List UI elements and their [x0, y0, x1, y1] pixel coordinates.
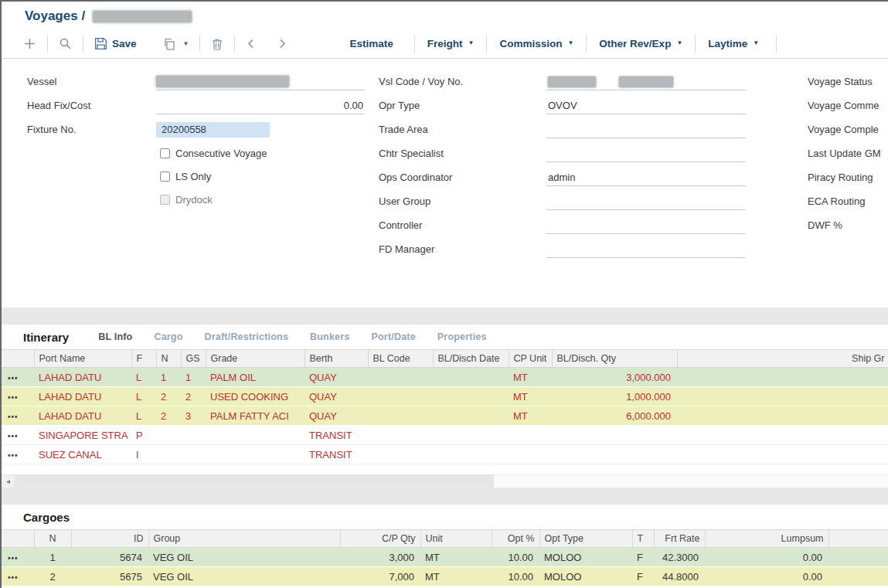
- field-label: FD Manager: [379, 243, 546, 255]
- column-header[interactable]: BL/Disch Date: [433, 350, 509, 368]
- section-separator: [2, 308, 888, 325]
- field-input[interactable]: [546, 193, 746, 210]
- column-header[interactable]: Lumpsum: [705, 530, 828, 548]
- column-header[interactable]: T: [632, 530, 654, 548]
- field-input[interactable]: admin: [546, 169, 746, 186]
- itinerary-tab[interactable]: Port/Date: [371, 331, 415, 342]
- checkbox-row[interactable]: Drydock: [160, 188, 371, 211]
- next-record-button[interactable]: [270, 35, 294, 53]
- checkbox-icon[interactable]: [160, 148, 170, 158]
- chevron-down-icon: ▼: [676, 39, 682, 46]
- checkbox-icon[interactable]: [160, 195, 170, 205]
- field-label: Ops Coordinator: [379, 172, 546, 183]
- itinerary-tab[interactable]: Cargo: [154, 331, 182, 342]
- cell-cp-unit: [509, 426, 552, 445]
- add-button[interactable]: [17, 34, 43, 53]
- itinerary-title: Itinerary: [23, 331, 69, 344]
- cell-cp-qty: 7,000: [340, 567, 420, 586]
- column-header[interactable]: Grade: [206, 350, 305, 368]
- field-input[interactable]: [546, 217, 746, 234]
- search-icon: [59, 37, 72, 50]
- itinerary-tab[interactable]: BL Info: [98, 331, 132, 342]
- field-input[interactable]: [546, 73, 746, 90]
- column-header[interactable]: CP Unit: [509, 350, 552, 368]
- cell-bl-disch-qty: 1,000.000: [552, 387, 677, 406]
- copy-menu-button[interactable]: ▼: [157, 35, 196, 53]
- itinerary-row[interactable]: ••• LAHAD DATU L 2 2 USED COOKING QUAY M…: [2, 387, 888, 406]
- vessel-input[interactable]: [156, 73, 365, 90]
- row-menu-button[interactable]: •••: [2, 374, 19, 382]
- previous-record-button[interactable]: [240, 35, 263, 53]
- scrollbar-thumb[interactable]: [15, 475, 494, 488]
- checkbox-row[interactable]: Consecutive Voyage: [160, 141, 371, 165]
- cargo-row[interactable]: ••• 2 5675 VEG OIL 7,000 MT 10.00 MOLOO …: [2, 567, 888, 586]
- column-header[interactable]: ID: [71, 530, 148, 548]
- cell-bl-disch-date: [433, 406, 509, 426]
- itinerary-tab[interactable]: Bunkers: [310, 331, 349, 342]
- column-header[interactable]: Opt %: [492, 530, 539, 548]
- delete-button[interactable]: [205, 35, 230, 53]
- column-header[interactable]: GS: [181, 350, 206, 368]
- field-input[interactable]: [546, 145, 746, 162]
- menu-label: Estimate: [349, 38, 393, 49]
- search-button[interactable]: [53, 34, 78, 53]
- row-menu-button[interactable]: •••: [2, 573, 19, 582]
- column-header[interactable]: Berth: [305, 350, 368, 368]
- toolbar-menu-item[interactable]: Other Rev/Exp ▼: [586, 35, 695, 53]
- cell-f: I: [131, 445, 156, 464]
- column-header[interactable]: BL/Disch. Qty: [552, 350, 677, 368]
- cell-berth: QUAY: [305, 387, 368, 406]
- field-input[interactable]: OVOV: [546, 97, 746, 114]
- cell-spacer: [828, 567, 888, 586]
- cell-berth: QUAY: [305, 368, 368, 387]
- row-menu-button[interactable]: •••: [2, 393, 19, 402]
- field-label: Voyage Comme: [808, 100, 879, 111]
- head-fix-input[interactable]: 0.00: [156, 97, 365, 114]
- column-header[interactable]: Opt Type: [539, 530, 632, 548]
- column-header[interactable]: F: [131, 350, 156, 368]
- column-header[interactable]: BL Code: [368, 350, 433, 368]
- itinerary-row[interactable]: ••• SUEZ CANAL I TRANSIT: [2, 445, 888, 464]
- column-header[interactable]: Ship Gr: [677, 350, 888, 368]
- fixture-no-input[interactable]: 20200558: [156, 122, 270, 138]
- itinerary-row[interactable]: ••• LAHAD DATU L 1 1 PALM OIL QUAY MT 3,…: [2, 368, 888, 387]
- field-input[interactable]: [546, 241, 746, 258]
- itinerary-horizontal-scrollbar[interactable]: ◄: [2, 474, 888, 488]
- row-menu-button[interactable]: •••: [2, 432, 19, 440]
- cell-grade: PALM FATTY ACI: [206, 406, 305, 426]
- cell-bl-code: [368, 368, 433, 387]
- toolbar-menu-item[interactable]: Estimate: [337, 35, 410, 53]
- form-field-row: Controller: [379, 213, 750, 237]
- column-header[interactable]: Group: [148, 530, 340, 548]
- checkbox-row[interactable]: LS Only: [160, 165, 371, 188]
- column-header[interactable]: N: [156, 350, 181, 368]
- column-header[interactable]: C/P Qty: [340, 530, 420, 548]
- save-button[interactable]: Save: [88, 34, 143, 53]
- checkbox-label: LS Only: [175, 171, 211, 182]
- itinerary-row[interactable]: ••• SINGAPORE STRA P TRANSIT: [2, 426, 888, 445]
- cargoes-header-row: NIDGroupC/P QtyUnitOpt %Opt TypeTFrt Rat…: [2, 530, 888, 548]
- toolbar-menu-item[interactable]: Laytime ▼: [695, 35, 771, 53]
- cell-gs: [181, 426, 206, 445]
- itinerary-tabs: BL InfoCargoDraft/RestrictionsBunkersPor…: [98, 331, 486, 342]
- column-header[interactable]: Unit: [420, 530, 492, 548]
- column-header[interactable]: N: [34, 530, 71, 548]
- cell-berth: TRANSIT: [305, 426, 368, 445]
- toolbar: Save ▼ Estimate: [2, 29, 888, 59]
- row-menu-button[interactable]: •••: [2, 413, 19, 421]
- toolbar-menu-item[interactable]: Freight ▼: [414, 35, 487, 53]
- column-header[interactable]: Port Name: [34, 350, 131, 368]
- cell-bl-code: [368, 387, 433, 406]
- itinerary-tab[interactable]: Properties: [437, 331, 487, 342]
- row-menu-button[interactable]: •••: [2, 451, 19, 460]
- scroll-left-arrow-icon[interactable]: ◄: [2, 475, 15, 488]
- column-header[interactable]: Frt Rate: [654, 530, 705, 548]
- itinerary-tab[interactable]: Draft/Restrictions: [205, 331, 288, 342]
- checkbox-icon[interactable]: [160, 172, 170, 182]
- toolbar-menu-item[interactable]: Commission ▼: [486, 35, 586, 53]
- row-menu-button[interactable]: •••: [2, 554, 19, 563]
- cargo-row[interactable]: ••• 1 5674 VEG OIL 3,000 MT 10.00 MOLOO …: [2, 548, 888, 567]
- field-input[interactable]: [546, 121, 746, 138]
- itinerary-row[interactable]: ••• LAHAD DATU L 2 3 PALM FATTY ACI QUAY…: [2, 406, 888, 426]
- cell-group: VEG OIL: [148, 548, 340, 567]
